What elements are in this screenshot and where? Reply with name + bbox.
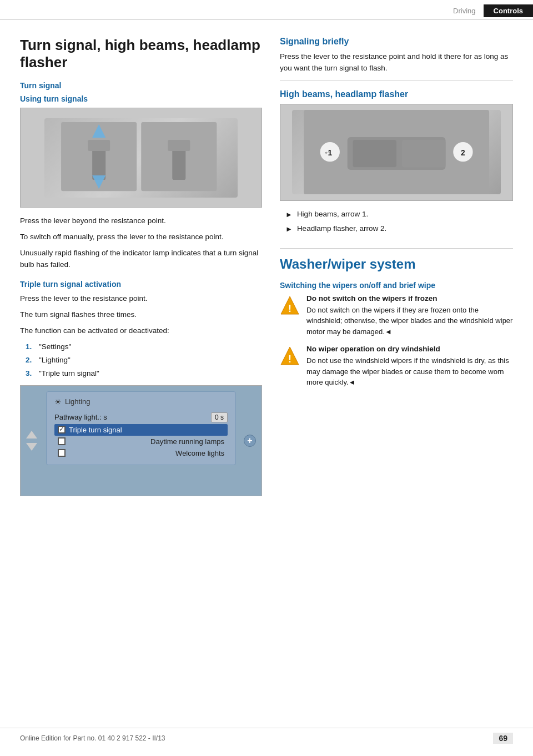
rapid-flash-para: Unusually rapid flashing of the indicato… xyxy=(20,248,262,271)
svg-rect-2 xyxy=(92,149,105,180)
pathway-label: Pathway light.: s xyxy=(54,413,107,421)
washer-wiper-title: Washer/wiper system xyxy=(280,248,513,272)
list-num-2: 2. xyxy=(26,355,34,366)
triple-row-highlighted: Triple turn signal xyxy=(54,424,228,436)
page-header: Driving Controls xyxy=(0,0,533,20)
high-beams-bullet2: ► Headlamp flasher, arrow 2. xyxy=(285,223,513,235)
lighting-menu-widget: ☀ Lighting Pathway light.: s 0 s Triple … xyxy=(46,391,236,465)
signaling-briefly-heading: Signaling briefly xyxy=(280,37,513,47)
high-beams-list: ► High beams, arrow 1. ► Headlamp flashe… xyxy=(285,209,513,235)
warning-triangle-2: ! xyxy=(280,346,300,369)
warning-triangle-1: ! xyxy=(280,295,300,318)
press-lever-para: Press the lever beyond the resistance po… xyxy=(20,215,262,227)
bullet2-text: Headlamp flasher, arrow 2. xyxy=(297,223,386,235)
pathway-row: Pathway light.: s 0 s xyxy=(54,411,228,424)
list-item-2-text: "Lighting" xyxy=(39,355,71,366)
triple-numbered-list: 1. "Settings" 2. "Lighting" 3. "Triple t… xyxy=(26,341,262,380)
divider xyxy=(280,80,513,80)
using-turn-signals-heading: Using turn signals xyxy=(20,94,262,103)
daytime-checkbox xyxy=(58,437,66,445)
triple-checkbox xyxy=(58,426,66,434)
triple-para3: The function can be activated or deactiv… xyxy=(20,325,262,337)
warning-text-1: Do not switch on the wipers if they are … xyxy=(306,305,513,337)
triple-para1: Press the lever to the resistance point. xyxy=(20,293,262,305)
triple-para2: The turn signal flashes three times. xyxy=(20,309,262,321)
header-driving: Driving xyxy=(445,4,483,17)
lighting-menu-title: ☀ Lighting xyxy=(54,397,228,406)
lighting-menu-title-text: Lighting xyxy=(65,397,90,406)
svg-text:!: ! xyxy=(288,354,291,365)
page-main-title: Turn signal, high beams, headlamp flashe… xyxy=(20,37,262,71)
warning-box-1: ! Do not switch on the wipers if frozen … xyxy=(280,294,513,337)
svg-text:2: 2 xyxy=(461,149,465,157)
high-beams-heading: High beams, headlamp flasher xyxy=(280,89,513,99)
list-item-1-text: "Settings" xyxy=(39,341,71,352)
welcome-row: Welcome lights xyxy=(54,447,228,459)
page-footer: Online Edition for Part no. 01 40 2 917 … xyxy=(0,728,533,748)
bullet-arrow-1: ► xyxy=(285,209,293,220)
pathway-value: 0 s xyxy=(211,412,228,422)
svg-rect-7 xyxy=(168,140,190,151)
warning-title-2: No wiper operation on dry windshield xyxy=(306,345,513,353)
welcome-label: Welcome lights xyxy=(175,449,224,457)
triple-turn-signal-heading: Triple turn signal activation xyxy=(20,280,262,289)
signaling-briefly-para: Press the lever to the resistance point … xyxy=(280,51,513,74)
daytime-label: Daytime running lamps xyxy=(150,437,224,446)
warning-icon-1: ! xyxy=(280,295,300,316)
warning-icon-2: ! xyxy=(280,346,300,367)
switching-wipers-heading: Switching the wipers on/off and brief wi… xyxy=(280,281,513,290)
high-beams-graphic: 1 ← 2 xyxy=(292,110,501,194)
lighting-menu-image: + ☀ Lighting Pathway light.: s 0 s xyxy=(20,385,262,496)
welcome-checkbox xyxy=(58,449,66,457)
svg-rect-6 xyxy=(172,149,185,180)
svg-rect-3 xyxy=(88,140,110,151)
list-item: 1. "Settings" xyxy=(26,341,262,352)
turn-signal-heading: Turn signal xyxy=(20,81,262,90)
svg-text:←: ← xyxy=(323,148,332,157)
footer-text: Online Edition for Part no. 01 40 2 917 … xyxy=(20,734,165,742)
svg-rect-10 xyxy=(353,140,396,167)
warning-content-1: Do not switch on the wipers if frozen Do… xyxy=(306,294,513,337)
warning-box-2: ! No wiper operation on dry windshield D… xyxy=(280,345,513,388)
right-column: Signaling briefly Press the lever to the… xyxy=(280,37,513,504)
list-item: 3. "Triple turn signal" xyxy=(26,368,262,379)
daytime-row: Daytime running lamps xyxy=(54,436,228,447)
header-controls: Controls xyxy=(484,4,533,17)
warning-title-1: Do not switch on the wipers if frozen xyxy=(306,294,513,303)
footer-page-number: 69 xyxy=(493,733,513,744)
switch-off-para: To switch off manually, press the lever … xyxy=(20,231,262,243)
list-item-3-text: "Triple turn signal" xyxy=(39,368,99,379)
high-beams-image: 1 ← 2 xyxy=(280,104,513,201)
list-item: 2. "Lighting" xyxy=(26,355,262,366)
high-beams-bullet1: ► High beams, arrow 1. xyxy=(285,209,513,220)
turn-signal-image xyxy=(20,108,262,208)
list-num-3: 3. xyxy=(26,368,34,379)
bullet-arrow-2: ► xyxy=(285,224,293,235)
warning-content-2: No wiper operation on dry windshield Do … xyxy=(306,345,513,388)
list-num-1: 1. xyxy=(26,341,34,352)
page-content: Turn signal, high beams, headlamp flashe… xyxy=(0,20,533,526)
lighting-icon: ☀ xyxy=(54,397,62,406)
left-column: Turn signal, high beams, headlamp flashe… xyxy=(20,37,262,504)
triple-label: Triple turn signal xyxy=(69,426,122,434)
svg-text:!: ! xyxy=(288,303,291,314)
bullet1-text: High beams, arrow 1. xyxy=(297,209,368,220)
svg-rect-11 xyxy=(402,140,446,167)
turn-signal-graphic xyxy=(54,122,228,193)
warning-text-2: Do not use the windshield wipers if the … xyxy=(306,355,513,388)
